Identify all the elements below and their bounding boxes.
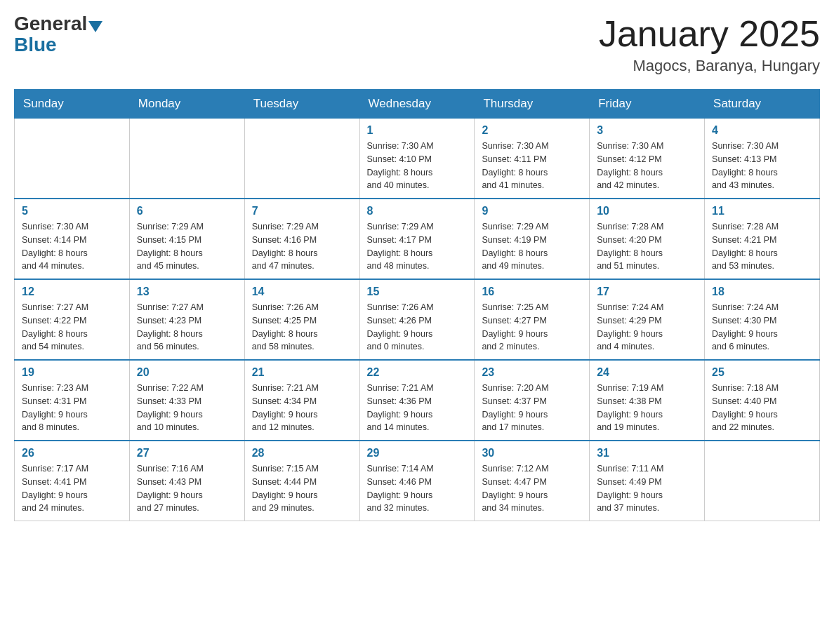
day-number: 10 <box>597 205 697 217</box>
calendar-subtitle: Magocs, Baranya, Hungary <box>599 57 820 75</box>
table-cell: 18Sunrise: 7:24 AM Sunset: 4:30 PM Dayli… <box>705 279 820 360</box>
day-number: 20 <box>137 366 237 379</box>
day-info: Sunrise: 7:24 AM Sunset: 4:29 PM Dayligh… <box>597 301 697 354</box>
table-cell: 7Sunrise: 7:29 AM Sunset: 4:16 PM Daylig… <box>244 199 359 279</box>
day-number: 16 <box>482 286 582 298</box>
table-cell: 28Sunrise: 7:15 AM Sunset: 4:44 PM Dayli… <box>244 441 359 521</box>
day-number: 6 <box>137 205 237 217</box>
day-info: Sunrise: 7:29 AM Sunset: 4:19 PM Dayligh… <box>482 220 582 273</box>
day-number: 31 <box>597 447 697 459</box>
day-info: Sunrise: 7:30 AM Sunset: 4:11 PM Dayligh… <box>482 140 582 192</box>
table-cell: 3Sunrise: 7:30 AM Sunset: 4:12 PM Daylig… <box>590 119 705 199</box>
table-cell: 2Sunrise: 7:30 AM Sunset: 4:11 PM Daylig… <box>475 119 590 199</box>
day-info: Sunrise: 7:26 AM Sunset: 4:26 PM Dayligh… <box>367 301 468 354</box>
day-info: Sunrise: 7:29 AM Sunset: 4:17 PM Dayligh… <box>367 220 468 273</box>
day-number: 29 <box>367 447 468 459</box>
table-cell: 15Sunrise: 7:26 AM Sunset: 4:26 PM Dayli… <box>359 279 475 360</box>
day-info: Sunrise: 7:24 AM Sunset: 4:30 PM Dayligh… <box>712 301 812 354</box>
day-number: 15 <box>367 286 468 298</box>
week-row-4: 19Sunrise: 7:23 AM Sunset: 4:31 PM Dayli… <box>15 360 820 441</box>
table-cell: 4Sunrise: 7:30 AM Sunset: 4:13 PM Daylig… <box>705 119 820 199</box>
day-number: 28 <box>252 447 352 459</box>
table-cell: 16Sunrise: 7:25 AM Sunset: 4:27 PM Dayli… <box>475 279 590 360</box>
day-info: Sunrise: 7:29 AM Sunset: 4:16 PM Dayligh… <box>252 220 352 273</box>
table-cell: 27Sunrise: 7:16 AM Sunset: 4:43 PM Dayli… <box>129 441 244 521</box>
logo: General Blue <box>14 14 104 56</box>
table-cell: 6Sunrise: 7:29 AM Sunset: 4:15 PM Daylig… <box>129 199 244 279</box>
weekday-header-monday: Monday <box>129 90 244 119</box>
day-number: 25 <box>712 366 812 379</box>
table-cell: 26Sunrise: 7:17 AM Sunset: 4:41 PM Dayli… <box>15 441 130 521</box>
day-number: 21 <box>252 366 352 379</box>
table-cell: 12Sunrise: 7:27 AM Sunset: 4:22 PM Dayli… <box>15 279 130 360</box>
day-number: 30 <box>482 447 582 459</box>
day-info: Sunrise: 7:17 AM Sunset: 4:41 PM Dayligh… <box>22 462 122 515</box>
day-number: 26 <box>22 447 122 459</box>
day-info: Sunrise: 7:27 AM Sunset: 4:23 PM Dayligh… <box>137 301 237 354</box>
table-cell: 19Sunrise: 7:23 AM Sunset: 4:31 PM Dayli… <box>15 360 130 441</box>
weekday-header-row: SundayMondayTuesdayWednesdayThursdayFrid… <box>15 90 820 119</box>
table-cell: 9Sunrise: 7:29 AM Sunset: 4:19 PM Daylig… <box>475 199 590 279</box>
day-number: 2 <box>482 124 582 137</box>
table-cell: 21Sunrise: 7:21 AM Sunset: 4:34 PM Dayli… <box>244 360 359 441</box>
table-cell: 23Sunrise: 7:20 AM Sunset: 4:37 PM Dayli… <box>475 360 590 441</box>
day-number: 14 <box>252 286 352 298</box>
day-info: Sunrise: 7:14 AM Sunset: 4:46 PM Dayligh… <box>367 462 468 515</box>
table-cell <box>244 119 359 199</box>
table-cell: 25Sunrise: 7:18 AM Sunset: 4:40 PM Dayli… <box>705 360 820 441</box>
week-row-5: 26Sunrise: 7:17 AM Sunset: 4:41 PM Dayli… <box>15 441 820 521</box>
day-number: 11 <box>712 205 812 217</box>
day-info: Sunrise: 7:30 AM Sunset: 4:12 PM Dayligh… <box>597 140 697 192</box>
table-cell: 30Sunrise: 7:12 AM Sunset: 4:47 PM Dayli… <box>475 441 590 521</box>
table-cell: 17Sunrise: 7:24 AM Sunset: 4:29 PM Dayli… <box>590 279 705 360</box>
logo-triangle-icon <box>88 21 102 32</box>
day-number: 13 <box>137 286 237 298</box>
day-number: 18 <box>712 286 812 298</box>
table-cell <box>129 119 244 199</box>
table-cell: 11Sunrise: 7:28 AM Sunset: 4:21 PM Dayli… <box>705 199 820 279</box>
table-cell: 8Sunrise: 7:29 AM Sunset: 4:17 PM Daylig… <box>359 199 475 279</box>
table-cell: 31Sunrise: 7:11 AM Sunset: 4:49 PM Dayli… <box>590 441 705 521</box>
day-number: 17 <box>597 286 697 298</box>
day-info: Sunrise: 7:26 AM Sunset: 4:25 PM Dayligh… <box>252 301 352 354</box>
table-cell: 5Sunrise: 7:30 AM Sunset: 4:14 PM Daylig… <box>15 199 130 279</box>
day-number: 5 <box>22 205 122 217</box>
weekday-header-thursday: Thursday <box>475 90 590 119</box>
calendar-title: January 2025 <box>599 14 820 54</box>
week-row-2: 5Sunrise: 7:30 AM Sunset: 4:14 PM Daylig… <box>15 199 820 279</box>
day-info: Sunrise: 7:15 AM Sunset: 4:44 PM Dayligh… <box>252 462 352 515</box>
day-info: Sunrise: 7:20 AM Sunset: 4:37 PM Dayligh… <box>482 382 582 434</box>
day-info: Sunrise: 7:19 AM Sunset: 4:38 PM Dayligh… <box>597 382 697 434</box>
weekday-header-sunday: Sunday <box>15 90 130 119</box>
table-cell: 29Sunrise: 7:14 AM Sunset: 4:46 PM Dayli… <box>359 441 475 521</box>
logo-general-text: General <box>14 14 87 34</box>
day-number: 24 <box>597 366 697 379</box>
day-info: Sunrise: 7:11 AM Sunset: 4:49 PM Dayligh… <box>597 462 697 515</box>
logo-blue-text: Blue <box>14 34 57 56</box>
day-number: 3 <box>597 124 697 137</box>
table-cell: 14Sunrise: 7:26 AM Sunset: 4:25 PM Dayli… <box>244 279 359 360</box>
day-info: Sunrise: 7:16 AM Sunset: 4:43 PM Dayligh… <box>137 462 237 515</box>
table-cell <box>15 119 130 199</box>
day-info: Sunrise: 7:12 AM Sunset: 4:47 PM Dayligh… <box>482 462 582 515</box>
day-number: 23 <box>482 366 582 379</box>
weekday-header-saturday: Saturday <box>705 90 820 119</box>
table-cell: 24Sunrise: 7:19 AM Sunset: 4:38 PM Dayli… <box>590 360 705 441</box>
day-info: Sunrise: 7:29 AM Sunset: 4:15 PM Dayligh… <box>137 220 237 273</box>
day-number: 12 <box>22 286 122 298</box>
day-info: Sunrise: 7:21 AM Sunset: 4:36 PM Dayligh… <box>367 382 468 434</box>
table-cell: 10Sunrise: 7:28 AM Sunset: 4:20 PM Dayli… <box>590 199 705 279</box>
day-info: Sunrise: 7:30 AM Sunset: 4:13 PM Dayligh… <box>712 140 812 192</box>
weekday-header-wednesday: Wednesday <box>359 90 475 119</box>
day-info: Sunrise: 7:28 AM Sunset: 4:21 PM Dayligh… <box>712 220 812 273</box>
page-header: General Blue January 2025 Magocs, Barany… <box>14 14 820 75</box>
day-number: 7 <box>252 205 352 217</box>
week-row-1: 1Sunrise: 7:30 AM Sunset: 4:10 PM Daylig… <box>15 119 820 199</box>
day-info: Sunrise: 7:25 AM Sunset: 4:27 PM Dayligh… <box>482 301 582 354</box>
day-info: Sunrise: 7:18 AM Sunset: 4:40 PM Dayligh… <box>712 382 812 434</box>
day-info: Sunrise: 7:30 AM Sunset: 4:10 PM Dayligh… <box>367 140 468 192</box>
day-number: 8 <box>367 205 468 217</box>
weekday-header-friday: Friday <box>590 90 705 119</box>
week-row-3: 12Sunrise: 7:27 AM Sunset: 4:22 PM Dayli… <box>15 279 820 360</box>
title-block: January 2025 Magocs, Baranya, Hungary <box>599 14 820 75</box>
